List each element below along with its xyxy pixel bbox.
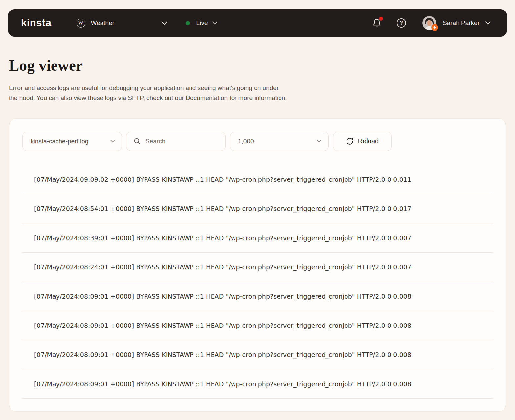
user-menu[interactable]: Sarah Parker bbox=[422, 16, 491, 30]
chevron-down-icon bbox=[317, 140, 321, 143]
chevron-down-icon bbox=[110, 140, 115, 143]
chevron-down-icon bbox=[212, 21, 217, 25]
log-row: [07/May/2024:08:09:01 +0000] BYPASS KINS… bbox=[22, 311, 493, 340]
log-file-select[interactable]: kinsta-cache-perf.log bbox=[22, 132, 122, 151]
log-row: [07/May/2024:08:09:01 +0000] BYPASS KINS… bbox=[22, 282, 493, 311]
lightning-bolt-icon bbox=[431, 24, 438, 31]
line-count-select[interactable]: 1,000 bbox=[230, 132, 329, 151]
log-row: [07/May/2024:08:24:01 +0000] BYPASS KINS… bbox=[22, 253, 493, 282]
wordpress-icon: W bbox=[77, 19, 85, 28]
page-title: Log viewer bbox=[9, 56, 515, 74]
log-row: [07/May/2024:08:39:01 +0000] BYPASS KINS… bbox=[22, 223, 493, 253]
log-file-select-value: kinsta-cache-perf.log bbox=[31, 138, 88, 145]
page-description-line-1: Error and access logs are useful for deb… bbox=[9, 83, 515, 93]
site-selector-dropdown[interactable]: W Weather bbox=[77, 19, 167, 28]
line-count-value: 1,000 bbox=[238, 138, 254, 145]
top-navbar: kinsta W Weather Live ? bbox=[8, 9, 507, 37]
user-name: Sarah Parker bbox=[443, 19, 480, 27]
chevron-down-icon bbox=[485, 21, 491, 25]
log-row: [07/May/2024:08:09:01 +0000] BYPASS KINS… bbox=[22, 340, 493, 369]
reload-button[interactable]: Reload bbox=[333, 132, 392, 151]
log-viewer-card: kinsta-cache-perf.log 1,000 Reload [07/M… bbox=[9, 118, 506, 412]
log-search-field[interactable] bbox=[126, 132, 226, 151]
environment-selector-dropdown[interactable]: Live bbox=[186, 19, 218, 27]
avatar bbox=[422, 16, 436, 30]
reload-icon bbox=[346, 137, 354, 145]
kinsta-logo[interactable]: kinsta bbox=[21, 17, 52, 29]
site-selector-label: Weather bbox=[91, 19, 114, 27]
page-description: Error and access logs are useful for deb… bbox=[9, 83, 515, 103]
log-row: [07/May/2024:08:09:01 +0000] BYPASS KINS… bbox=[22, 369, 493, 399]
navbar-right-actions: ? Sarah Parker bbox=[372, 16, 491, 30]
log-controls: kinsta-cache-perf.log 1,000 Reload bbox=[9, 119, 506, 151]
question-mark-icon: ? bbox=[400, 20, 403, 26]
notification-badge bbox=[379, 17, 383, 21]
help-button[interactable]: ? bbox=[397, 18, 406, 28]
search-icon bbox=[134, 138, 141, 145]
environment-label: Live bbox=[196, 19, 208, 27]
chevron-down-icon bbox=[161, 21, 167, 25]
search-input[interactable] bbox=[146, 138, 211, 145]
page-description-line-2: the hood. You can also view these logs v… bbox=[9, 93, 515, 103]
log-row: [07/May/2024:08:54:01 +0000] BYPASS KINS… bbox=[22, 194, 493, 223]
notifications-button[interactable] bbox=[372, 18, 381, 28]
log-list: [07/May/2024:09:09:02 +0000] BYPASS KINS… bbox=[9, 165, 506, 399]
reload-button-label: Reload bbox=[358, 137, 379, 145]
green-status-dot-icon bbox=[186, 21, 190, 25]
log-row: [07/May/2024:09:09:02 +0000] BYPASS KINS… bbox=[22, 165, 493, 194]
